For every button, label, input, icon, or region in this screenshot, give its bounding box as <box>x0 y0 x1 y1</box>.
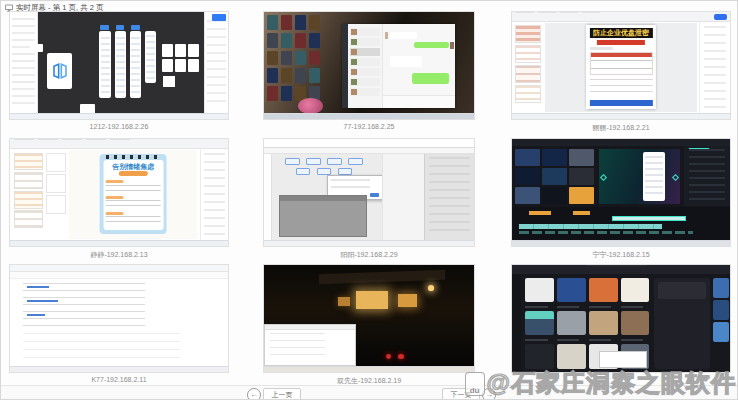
preview-column <box>713 278 729 369</box>
taskbar <box>10 113 228 119</box>
taskbar <box>512 113 730 119</box>
taskbar <box>264 240 474 246</box>
screen-label: 阳阳-192.168.2.29 <box>263 250 475 260</box>
chat-bubble-right-green <box>414 42 449 48</box>
screen-thumbnail-document <box>9 264 229 373</box>
screen-cell-8[interactable]: 双先生-192.168.2.19 <box>263 264 475 388</box>
screen-label: 77-192.168.2.25 <box>263 123 475 130</box>
wechat-contact-list <box>348 24 382 109</box>
browser-toolbar <box>512 12 730 22</box>
next-page-arrow-icon[interactable]: → <box>482 388 496 400</box>
prev-page-button[interactable]: 上一页 <box>263 388 301 400</box>
right-panel <box>424 154 474 240</box>
flow-box <box>348 158 363 165</box>
screen-label: 1212-192.168.2.26 <box>9 123 229 130</box>
timeline-clip-selected <box>612 216 686 220</box>
spiral-binding <box>105 155 161 158</box>
design-frame <box>115 31 126 97</box>
wechat-window <box>342 24 455 109</box>
flow-box <box>327 158 342 165</box>
poster-red-bar <box>597 40 645 45</box>
editor-canvas: 告别情绪焦虑 <box>69 150 198 239</box>
screen-thumbnail-diagram-app <box>263 138 475 247</box>
preview-viewport <box>599 149 680 205</box>
overlay-window <box>599 351 647 368</box>
poster-blue-footer <box>589 100 652 106</box>
avatar <box>385 32 389 39</box>
phone-mockup <box>643 152 666 201</box>
timeline-clip <box>573 211 590 215</box>
app-topbar <box>512 265 730 274</box>
flow-box <box>296 168 311 175</box>
media-panel <box>515 149 593 205</box>
screen-cell-2[interactable]: 77-192.168.2.25 <box>263 11 475 135</box>
timeline-track <box>519 231 693 234</box>
screen-cell-1[interactable]: 1212-192.168.2.26 <box>9 11 229 135</box>
wechat-chat-area <box>383 24 456 109</box>
template-panel <box>14 153 42 239</box>
blue-brand-logo-icon <box>52 63 68 79</box>
screen-thumbnail-video-editor <box>511 138 731 247</box>
street-lamp <box>428 285 434 290</box>
poster-title-banner: 防止企业优盘泄密 <box>589 28 652 38</box>
properties-panel <box>684 146 730 206</box>
app-toolbar <box>10 265 228 272</box>
timeline-track <box>519 224 663 229</box>
flow-box <box>338 168 353 175</box>
screen-cell-3[interactable]: 防止企业优盘泄密 丽丽-192.168.2.21 <box>511 11 731 135</box>
chat-bubble-right-green <box>412 73 450 84</box>
prev-page-arrow-icon[interactable]: ← <box>247 388 261 400</box>
shape-strip <box>264 154 272 240</box>
screen-cell-4[interactable]: 告别情绪焦虑 静静-192.168.2.13 <box>9 138 229 262</box>
next-page-button[interactable]: 下一页 <box>442 388 480 400</box>
usb-security-poster: 防止企业优盘泄密 <box>586 25 656 108</box>
design-card-grid <box>162 44 199 72</box>
table-rows <box>23 283 145 326</box>
screen-thumbnail-template-browser <box>511 264 731 373</box>
selection-handle <box>672 174 679 181</box>
lit-window <box>356 291 388 309</box>
design-frame <box>99 31 110 97</box>
screen-label: K77-192.168.2.11 <box>9 376 229 383</box>
poster-subtitle-pill <box>118 171 147 176</box>
lit-window <box>398 294 417 307</box>
chat-bubble-left <box>390 32 418 39</box>
screen-thumbnail-note-editor: 告别情绪焦虑 <box>9 138 229 247</box>
selection-handle <box>600 174 607 181</box>
design-qr-card <box>163 76 175 87</box>
monitor-window: 实时屏幕 - 第 1 页, 共 2 页 <box>0 0 738 400</box>
design-frame <box>130 31 141 97</box>
screen-label: 丽丽-192.168.2.21 <box>511 123 731 133</box>
design-share-button <box>212 14 226 21</box>
taskbar <box>512 240 730 246</box>
poster-text-box <box>589 52 652 75</box>
pink-object <box>298 98 323 114</box>
template-panel <box>515 25 541 112</box>
desktop-icons <box>267 15 320 101</box>
taskbar <box>10 240 228 246</box>
flow-box <box>306 158 321 165</box>
wechat-nav-strip <box>342 24 349 109</box>
taskbar <box>10 366 228 372</box>
screen-cell-5[interactable]: 阳阳-192.168.2.29 <box>263 138 475 262</box>
flow-box <box>285 158 300 165</box>
detail-panel <box>654 278 711 369</box>
app-toolbar <box>264 139 474 148</box>
tools-panel <box>699 22 730 114</box>
design-left-sidebar <box>10 12 38 113</box>
flow-box <box>317 168 332 175</box>
timeline <box>512 207 730 239</box>
design-logo-card <box>47 53 72 89</box>
browser-toolbar <box>10 139 228 149</box>
pagination-bar: ← 上一页 下一页 → <box>1 385 737 400</box>
screen-cell-7[interactable]: K77-192.168.2.11 <box>9 264 229 388</box>
design-right-sidebar <box>204 12 228 113</box>
screen-thumbnail-design-tool <box>9 11 229 120</box>
editor-canvas: 防止企业优盘泄密 <box>545 23 698 112</box>
screen-cell-9[interactable] <box>511 264 731 388</box>
screen-thumbnail-wechat-desktop <box>263 11 475 120</box>
screen-cell-6[interactable]: 宁宁-192.168.2.15 <box>511 138 731 262</box>
screen-thumbnail-poster-editor: 防止企业优盘泄密 <box>511 11 731 120</box>
avatar <box>450 42 454 49</box>
editor-topbar <box>512 139 730 146</box>
